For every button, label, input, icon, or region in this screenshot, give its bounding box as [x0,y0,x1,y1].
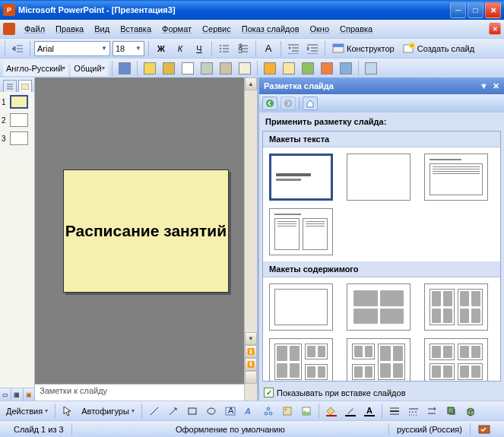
font-color-button[interactable]: A [361,403,378,420]
increase-font-button[interactable]: A [260,40,277,57]
vertical-scrollbar[interactable]: ▲ ▼ ⏫ ⏬ [244,78,257,384]
font-selector[interactable]: Arial▼ [34,41,110,56]
tool-icon[interactable] [217,60,234,77]
font-size-selector[interactable]: 18▼ [113,41,144,56]
outdent-button[interactable] [9,40,26,57]
normal-view-button[interactable]: ▭ [0,388,11,401]
menu-view[interactable]: Вид [90,22,114,36]
layout-content-three[interactable] [269,338,333,382]
fill-color-button[interactable] [323,403,340,420]
slide-design-button[interactable]: Конструктор [329,40,398,57]
layout-title-only[interactable] [269,154,333,201]
task-pane-close-button[interactable]: ✕ [493,81,499,91]
slide-title-text[interactable]: Расписание занятий [65,220,227,241]
layout-blank[interactable] [347,154,410,201]
tool-icon[interactable] [338,60,354,77]
status-spelling-icon[interactable] [471,424,498,435]
sorter-view-button[interactable]: ▦ [11,388,23,401]
tool-icon[interactable] [179,60,196,77]
layout-list: Макеты текста [262,131,501,382]
arrow-tool[interactable] [165,403,182,420]
show-on-insert-checkbox[interactable]: ✓ [264,388,274,397]
tool-icon[interactable] [262,60,278,77]
prev-slide-button[interactable]: ⏫ [245,345,257,358]
layout-content-grid[interactable] [424,338,488,382]
clipart-tool[interactable] [279,403,296,420]
menu-edit[interactable]: Правка [51,22,88,36]
tool-icon[interactable] [116,60,133,77]
arrow-style-button[interactable] [424,403,441,420]
numbering-button[interactable]: 123 [235,40,252,57]
tool-icon[interactable] [236,60,253,77]
layout-content-four[interactable] [347,338,410,382]
rectangle-tool[interactable] [184,403,201,420]
view-switcher: ▭ ▦ ▣ [0,388,35,401]
underline-button[interactable]: Ч [191,40,208,57]
shadow-button[interactable] [443,403,460,420]
diagram-tool[interactable] [260,403,277,420]
menu-insert[interactable]: Вставка [116,22,156,36]
dash-style-button[interactable] [405,403,422,420]
increase-indent-button[interactable] [304,40,321,57]
slide-canvas[interactable]: Расписание занятий ▲ ▼ ⏫ ⏬ [35,78,257,384]
oval-tool[interactable] [203,403,220,420]
tool-icon[interactable] [319,60,335,77]
layout-content-two[interactable] [424,283,488,331]
slides-tab[interactable] [18,80,32,92]
tool-icon[interactable] [198,60,215,77]
slide-thumb-1[interactable]: 1 [2,95,33,109]
menu-file[interactable]: Файл [20,22,49,36]
forward-button[interactable] [281,97,296,110]
picture-tool[interactable] [298,403,315,420]
line-color-button[interactable] [342,403,359,420]
3d-button[interactable] [462,403,479,420]
italic-button[interactable]: К [172,40,189,57]
scroll-up-button[interactable]: ▲ [245,78,257,90]
tool-icon[interactable] [300,60,316,77]
line-tool[interactable] [146,403,163,420]
tool-icon[interactable] [363,60,379,77]
status-language[interactable]: русский (Россия) [389,425,470,434]
layout-two-content[interactable] [269,208,333,255]
back-button[interactable] [262,97,277,110]
next-slide-button[interactable]: ⏬ [245,358,257,371]
actions-button[interactable]: Действия ▾ [3,403,51,420]
bold-button[interactable]: Ж [153,40,170,57]
textbox-tool[interactable]: A [222,403,239,420]
menu-format[interactable]: Формат [157,22,196,36]
tool-icon[interactable] [160,60,177,77]
menu-tools[interactable]: Сервис [198,22,236,36]
lang-pair-button[interactable]: Англо-Русский ▾ [3,61,68,76]
home-button[interactable] [303,97,318,110]
lang-mode-button[interactable]: Общий ▾ [71,61,107,76]
layout-content-icons[interactable] [347,283,410,331]
minimize-button[interactable]: ─ [450,2,466,18]
slide-thumb-3[interactable]: 3 [2,131,33,145]
notes-scrollbar[interactable] [244,384,257,401]
tool-icon[interactable] [281,60,297,77]
close-button[interactable]: ✕ [485,2,501,18]
layout-title-content[interactable] [424,154,488,201]
menu-window[interactable]: Окно [306,22,334,36]
slide-thumb-2[interactable]: 2 [2,113,33,127]
slide[interactable]: Расписание занятий [63,169,229,293]
wordart-tool[interactable]: A [241,403,258,420]
menu-help[interactable]: Справка [335,22,377,36]
line-style-button[interactable] [386,403,403,420]
maximize-button[interactable]: □ [468,2,483,18]
layout-content-blank[interactable] [269,283,333,331]
slideshow-view-button[interactable]: ▣ [24,388,35,401]
task-pane-menu-button[interactable]: ▼ [480,81,488,91]
drawing-toolbar: Действия ▾ Автофигуры ▾ A A A [0,401,504,420]
bullets-button[interactable] [216,40,233,57]
menu-slideshow[interactable]: Показ слайдов [237,22,304,36]
new-slide-button[interactable]: Создать слайд [400,40,477,57]
doc-close-button[interactable]: ✕ [489,23,501,35]
notes-pane[interactable]: Заметки к слайду [35,384,244,401]
select-tool[interactable] [59,403,76,420]
decrease-indent-button[interactable] [285,40,302,57]
tool-icon[interactable] [141,60,158,77]
scroll-down-button[interactable]: ▼ [245,332,257,345]
autoshapes-button[interactable]: Автофигуры ▾ [78,403,138,420]
outline-tab[interactable] [3,80,17,92]
